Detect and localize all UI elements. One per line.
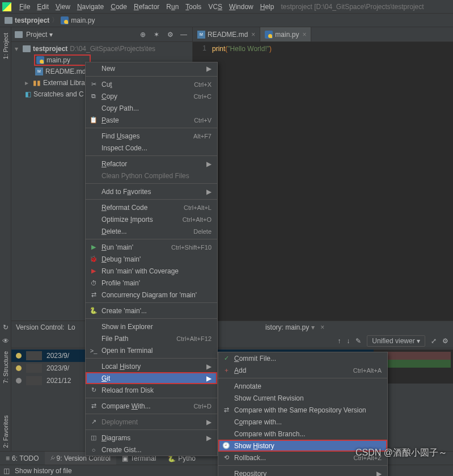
menu-item-optimize-imports[interactable]: Optimize ImportsCtrl+Alt+O [86, 213, 217, 225]
menu-item-label: Show Current Revision [234, 394, 382, 402]
editor-body[interactable]: 1 print("Hello World!") [193, 42, 453, 321]
up-icon[interactable]: ↑ [337, 337, 341, 345]
locate-icon[interactable]: ⊕ [138, 30, 148, 40]
menu-view[interactable]: View [52, 3, 74, 11]
menu-item-cut[interactable]: ✂CutCtrl+X [86, 78, 217, 90]
menu-item-copy-path[interactable]: Copy Path... [86, 102, 217, 114]
menu-window[interactable]: Window [226, 3, 257, 11]
tab-favorites[interactable]: 2: Favorites [1, 412, 10, 451]
menu-run[interactable]: Run [163, 3, 182, 11]
expand-icon[interactable]: ⤢ [431, 337, 437, 345]
tree-root[interactable]: ▾ testproject D:\04_GitSpace\Projects\te… [11, 43, 192, 54]
viewer-dropdown[interactable]: Unified viewer ▾ [367, 335, 425, 347]
expand-icon[interactable]: ✶ [151, 30, 162, 40]
python-file-icon [265, 31, 273, 39]
menu-help[interactable]: Help [257, 3, 278, 11]
menu-item-create-gist[interactable]: ○Create Gist... [86, 444, 217, 456]
chevron-right-icon: ▶ [206, 188, 211, 196]
menu-item-compare-with[interactable]: Compare with... [218, 416, 387, 428]
menu-item-reload-from-disk[interactable]: ↻Reload from Disk [86, 384, 217, 396]
menu-item-rollback[interactable]: ⟲Rollback...Ctrl+Alt+Z [218, 452, 387, 464]
down-icon[interactable]: ↓ [346, 337, 350, 345]
menu-tools[interactable]: Tools [182, 3, 205, 11]
hide-icon[interactable]: — [179, 30, 189, 40]
menu-item-open-in-terminal[interactable]: >_Open in Terminal [86, 344, 217, 356]
menu-item-show-current-revision[interactable]: Show Current Revision [218, 392, 387, 404]
menu-item-show-history[interactable]: 🕘Show History [218, 440, 387, 452]
tab-structure[interactable]: 7: Structure [1, 348, 10, 387]
tree-file-main[interactable]: main.py [34, 54, 91, 66]
refresh-icon[interactable]: ↻ [1, 323, 10, 332]
menu-item-label: Copy Path... [101, 104, 211, 112]
gear-icon[interactable]: ⚙ [165, 30, 175, 40]
vc-tab-log[interactable]: Lo [67, 323, 75, 331]
menu-item-concurrency-diagram-for-main[interactable]: ⇄Concurrency Diagram for 'main' [86, 289, 217, 301]
menu-item-icon: ↻ [89, 386, 98, 395]
menu-item-run-main[interactable]: ▶Run 'main'Ctrl+Shift+F10 [86, 241, 217, 253]
menu-item-find-usages[interactable]: Find UsagesAlt+F7 [86, 130, 217, 142]
chevron-right-icon[interactable]: ▸ [25, 79, 31, 87]
menu-item-compare-with-branch[interactable]: Compare with Branch... [218, 428, 387, 440]
chevron-down-icon[interactable]: ▾ [15, 45, 20, 53]
menu-item-run-main-with-coverage[interactable]: ▶Run 'main' with Coverage [86, 265, 217, 277]
editor-tabs: M README.md × main.py × [193, 27, 453, 42]
close-icon[interactable]: × [251, 31, 255, 39]
tab-todo[interactable]: ≡ 6: TODO [0, 452, 45, 465]
history-toolbar: ↑ ↓ ✎ Unified viewer ▾ ⤢ ⚙ [11, 334, 453, 348]
menu-item-shortcut: Ctrl+Alt+A [353, 367, 382, 374]
menu-navigate[interactable]: Navigate [74, 3, 107, 11]
menu-item-reformat-code[interactable]: Reformat CodeCtrl+Alt+L [86, 201, 217, 213]
editor-tab-readme[interactable]: M README.md × [193, 27, 260, 41]
menu-file[interactable]: File [16, 3, 33, 11]
menu-item-compare-with[interactable]: ⇄Compare With...Ctrl+D [86, 400, 217, 412]
menu-item-annotate[interactable]: Annotate [218, 380, 387, 392]
menu-vcs[interactable]: VCS [205, 3, 226, 11]
close-icon[interactable]: × [320, 323, 324, 331]
menu-item-add-to-favorites[interactable]: Add to Favorites▶ [86, 186, 217, 197]
folder-icon [5, 17, 12, 24]
menu-item-shortcut: Delete [193, 228, 211, 235]
menu-item-icon [89, 64, 98, 73]
breadcrumb-file[interactable]: main.py [61, 16, 95, 24]
menu-item-inspect-code[interactable]: Inspect Code... [86, 142, 217, 154]
code-token-str: "Hello World!" [227, 45, 269, 53]
close-icon[interactable]: × [302, 31, 306, 39]
tree-label: Scratches and C [33, 90, 84, 98]
gear-icon[interactable]: ⚙ [442, 337, 448, 345]
editor-tab-main[interactable]: main.py × [260, 27, 311, 41]
menu-item-label: Diagrams [101, 434, 198, 442]
chevron-right-icon: ▶ [206, 418, 211, 426]
menu-item-local-history[interactable]: Local History▶ [86, 360, 217, 372]
menu-item-paste[interactable]: 📋PasteCtrl+V [86, 114, 217, 126]
menu-item-commit-file[interactable]: ✓Commit File... [218, 352, 387, 364]
menu-item-repository[interactable]: Repository▶ [218, 467, 387, 476]
menu-item-show-in-explorer[interactable]: Show in Explorer [86, 321, 217, 332]
menu-item-profile-main[interactable]: ⏱Profile 'main' [86, 277, 217, 289]
dropdown-icon[interactable]: ▾ [311, 323, 315, 331]
separator [86, 429, 217, 430]
menu-item-debug-main[interactable]: 🐞Debug 'main' [86, 253, 217, 265]
menu-item-git[interactable]: Git▶ [86, 372, 217, 384]
window-icon[interactable]: ◫ [3, 467, 11, 475]
menu-item-icon [89, 104, 98, 113]
menu-item-add[interactable]: ＋AddCtrl+Alt+A [218, 364, 387, 376]
menu-item-compare-with-the-same-repository-version[interactable]: ⇄Compare with the Same Repository Versio… [218, 404, 387, 416]
menu-item-create-main[interactable]: 🐍Create 'main'... [86, 305, 217, 317]
menu-refactor[interactable]: Refactor [130, 3, 163, 11]
menu-item-label: Reformat Code [101, 204, 169, 212]
menu-item-file-path[interactable]: File PathCtrl+Alt+F12 [86, 332, 217, 344]
project-header-title[interactable]: Project ▾ [26, 31, 134, 39]
menu-item-diagrams[interactable]: ◫Diagrams▶ [86, 432, 217, 444]
tab-project[interactable]: 1: Project [1, 30, 10, 62]
edit-icon[interactable]: ✎ [355, 337, 361, 345]
menu-item-new[interactable]: New▶ [86, 62, 217, 74]
menu-item-delete[interactable]: Delete...Delete [86, 225, 217, 237]
code-content[interactable]: print("Hello World!") [210, 42, 453, 321]
menu-code[interactable]: Code [107, 3, 130, 11]
menu-item-refactor[interactable]: Refactor▶ [86, 158, 217, 170]
eye-icon[interactable]: 👁 [1, 336, 10, 346]
menu-item-copy[interactable]: ⧉CopyCtrl+C [86, 90, 217, 102]
menu-edit[interactable]: Edit [33, 3, 52, 11]
menu-item-icon: ✂ [89, 80, 98, 89]
breadcrumb-project[interactable]: testproject [5, 16, 49, 24]
